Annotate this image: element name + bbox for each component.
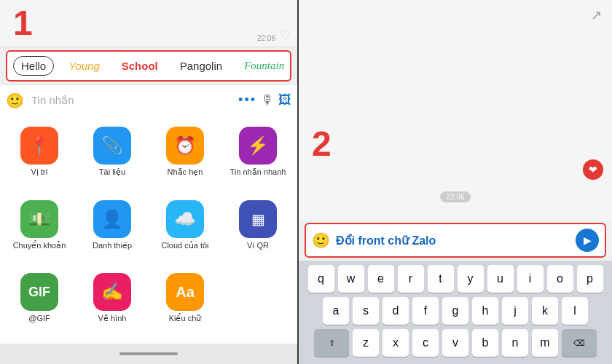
message-input-bar: 🙂 Tin nhắn ••• 🎙 🖼 <box>0 84 297 115</box>
key-l[interactable]: l <box>562 297 588 325</box>
home-indicator-left <box>119 352 178 355</box>
app-cloud-label: Cloud của tôi <box>161 241 208 250</box>
app-reminder[interactable]: ⏰ Nhắc hẹn <box>149 121 221 191</box>
key-i[interactable]: i <box>517 265 544 293</box>
key-b[interactable]: b <box>472 329 498 357</box>
key-s[interactable]: s <box>353 297 379 325</box>
key-v[interactable]: v <box>442 329 468 357</box>
app-transfer-label: Chuyển khoản <box>13 241 66 250</box>
right-panel: ↗ 22:06 ❤ 2 🙂 Đổi front chữ Zalo ▶ q w e… <box>299 0 612 364</box>
app-draw[interactable]: ✍️ Vẽ hình <box>76 267 149 338</box>
step-1-label: 1 <box>13 6 33 41</box>
font-option-pangolin[interactable]: Pangolin <box>173 57 230 75</box>
font-option-hello[interactable]: Hello <box>13 56 54 76</box>
mic-icon[interactable]: 🎙 <box>261 92 274 108</box>
key-h[interactable]: h <box>472 297 498 325</box>
key-f[interactable]: f <box>412 297 439 325</box>
app-draw-label: Vẽ hình <box>98 314 127 323</box>
app-qr[interactable]: ▦ Ví QR <box>221 194 294 265</box>
key-n[interactable]: n <box>502 329 528 357</box>
app-quickmsg[interactable]: ⚡ Tin nhắn nhanh <box>221 121 294 191</box>
chat-time-left: 22:06 <box>257 34 275 42</box>
app-qr-label: Ví QR <box>247 241 269 250</box>
app-grid: 📍 Vị trí 📎 Tài liệu ⏰ Nhắc hẹn ⚡ Tin nhắ… <box>0 115 297 344</box>
keyboard-row-2: a s d f g h j k l <box>302 297 609 325</box>
heart-badge-right: ❤ <box>583 159 603 180</box>
image-icon[interactable]: 🖼 <box>278 92 291 108</box>
key-u[interactable]: u <box>487 265 514 293</box>
contact-icon: 👤 <box>93 200 131 238</box>
key-r[interactable]: r <box>398 265 424 293</box>
font-option-school[interactable]: School <box>114 57 165 75</box>
home-indicator-bar-left <box>0 344 297 364</box>
app-gif-label: @GIF <box>28 314 50 323</box>
right-chat-area: ↗ 22:06 ❤ 2 <box>299 0 612 220</box>
key-t[interactable]: t <box>428 265 454 293</box>
transfer-icon: 💵 <box>20 200 58 238</box>
font-selector-row: Hello Young School Pangolin Fountain <box>6 50 291 82</box>
heart-red-icon: ❤ <box>583 159 603 180</box>
key-x[interactable]: x <box>382 329 409 357</box>
font-option-young[interactable]: Young <box>61 57 107 75</box>
key-q[interactable]: q <box>308 265 334 293</box>
quickmsg-icon: ⚡ <box>239 127 277 165</box>
document-icon: 📎 <box>93 127 131 165</box>
right-input-bar[interactable]: 🙂 Đổi front chữ Zalo ▶ <box>305 223 606 258</box>
qr-icon: ▦ <box>239 200 277 238</box>
app-document[interactable]: 📎 Tài liệu <box>76 121 149 191</box>
app-location-label: Vị trí <box>31 167 47 177</box>
key-p[interactable]: p <box>577 265 603 293</box>
cloud-icon: ☁️ <box>166 200 204 238</box>
more-options-icon[interactable]: ••• <box>238 92 256 108</box>
key-w[interactable]: w <box>338 265 364 293</box>
time-badge-right: 22:06 <box>440 191 470 202</box>
smiley-icon-right[interactable]: 🙂 <box>312 232 330 249</box>
app-quickmsg-label: Tin nhắn nhanh <box>230 167 286 177</box>
app-gif[interactable]: GIF @GIF <box>3 267 76 338</box>
app-font-label: Kiểu chữ <box>169 314 202 323</box>
gif-icon: GIF <box>20 273 58 311</box>
chat-bubbles-right: 22:06 <box>306 7 605 213</box>
app-font[interactable]: Aa Kiểu chữ <box>149 267 221 338</box>
key-z[interactable]: z <box>353 329 379 357</box>
key-k[interactable]: k <box>532 297 558 325</box>
app-location[interactable]: 📍 Vị trí <box>3 121 76 191</box>
key-d[interactable]: d <box>382 297 409 325</box>
key-g[interactable]: g <box>442 297 468 325</box>
keyboard: q w e r t y u i o p a s d f g h j k l ⇧ … <box>299 261 612 364</box>
key-o[interactable]: o <box>547 265 573 293</box>
smiley-icon-left[interactable]: 🙂 <box>6 92 24 109</box>
left-chat-area: 22:06 ♡ <box>0 0 297 47</box>
app-contact[interactable]: 👤 Danh thiếp <box>76 194 149 265</box>
key-c[interactable]: c <box>412 329 439 357</box>
step-2-label: 2 <box>312 124 332 164</box>
app-transfer[interactable]: 💵 Chuyển khoản <box>3 194 76 265</box>
heart-icon-top: ♡ <box>280 28 290 42</box>
app-cloud[interactable]: ☁️ Cloud của tôi <box>149 194 221 265</box>
draw-icon: ✍️ <box>93 273 131 311</box>
send-button[interactable]: ▶ <box>576 229 599 252</box>
location-icon: 📍 <box>20 127 58 165</box>
keyboard-row-1: q w e r t y u i o p <box>302 265 609 293</box>
keyboard-row-3: ⇧ z x c v b n m ⌫ <box>302 329 609 357</box>
key-shift[interactable]: ⇧ <box>314 329 349 357</box>
app-contact-label: Danh thiếp <box>93 241 132 250</box>
share-icon-right[interactable]: ↗ <box>591 7 602 23</box>
key-m[interactable]: m <box>532 329 558 357</box>
font-option-fountain[interactable]: Fountain <box>237 57 291 75</box>
app-document-label: Tài liệu <box>99 167 125 177</box>
key-e[interactable]: e <box>368 265 394 293</box>
app-reminder-label: Nhắc hẹn <box>168 167 203 177</box>
left-panel: 1 22:06 ♡ Hello Young School Pangolin Fo… <box>0 0 299 364</box>
input-placeholder-left[interactable]: Tin nhắn <box>28 94 234 107</box>
key-backspace[interactable]: ⌫ <box>562 329 597 357</box>
key-j[interactable]: j <box>502 297 528 325</box>
input-text-right[interactable]: Đổi front chữ Zalo <box>336 234 570 248</box>
reminder-icon: ⏰ <box>166 127 204 165</box>
key-a[interactable]: a <box>323 297 349 325</box>
key-y[interactable]: y <box>458 265 484 293</box>
font-icon: Aa <box>166 273 204 311</box>
